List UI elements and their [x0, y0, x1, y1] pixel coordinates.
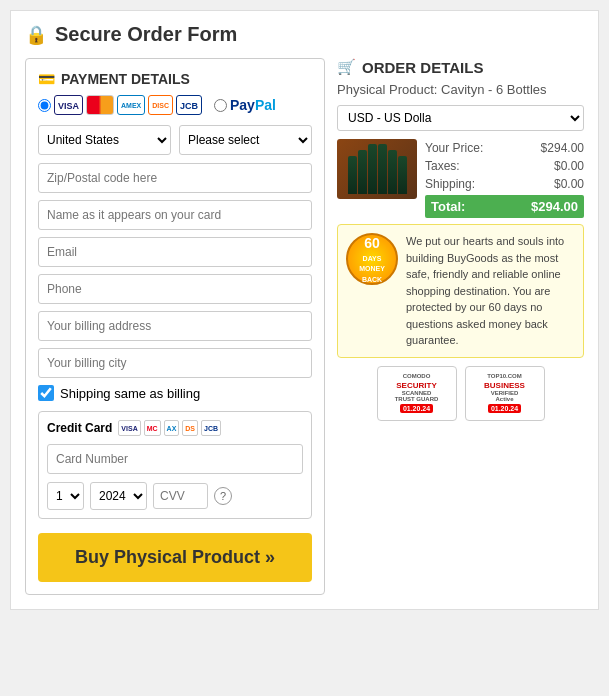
discover-icon: DISC [148, 95, 173, 115]
cvv-help-button[interactable]: ? [214, 487, 232, 505]
card-number-input[interactable] [47, 444, 303, 474]
guarantee-text: We put our hearts and souls into buildin… [406, 233, 575, 349]
card-icons-row: VISA AMEX DISC JCB PayPal [38, 95, 312, 115]
cart-icon: 🛒 [337, 58, 356, 76]
mini-amex-icon: AX [164, 420, 180, 436]
total-row: Total: $294.00 [425, 195, 584, 218]
paypal-radio-label[interactable]: PayPal [214, 97, 276, 113]
trust-badge-business-label: Active [495, 396, 513, 402]
shipping-same-row: Shipping same as billing [38, 385, 312, 401]
credit-card-label: Credit Card [47, 421, 112, 435]
jcb-icon: JCB [176, 95, 202, 115]
expiry-year-select[interactable]: 2024 [90, 482, 147, 510]
mastercard-icon [86, 95, 114, 115]
country-state-row: United States Please select [38, 125, 312, 155]
visa-icon: VISA [54, 95, 83, 115]
guarantee-badge: 60 DAYS MONEY BACK [346, 233, 398, 285]
trust-badge-security-date: 01.20.24 [400, 404, 433, 413]
right-panel: 🛒 ORDER DETAILS Physical Product: Cavity… [337, 58, 584, 595]
page-wrapper: 🔒 Secure Order Form 💳 PAYMENT DETAILS VI… [10, 10, 599, 610]
your-price-row: Your Price: $294.00 [425, 139, 584, 157]
taxes-row: Taxes: $0.00 [425, 157, 584, 175]
trust-badge-business-date: 01.20.24 [488, 404, 521, 413]
credit-card-section: Credit Card VISA MC AX DS JCB 1 20 [38, 411, 312, 519]
trust-badge-security: COMODO SECURITY SCANNED TRUST GUARD 01.2… [377, 366, 457, 421]
phone-input[interactable] [38, 274, 312, 304]
taxes-value: $0.00 [554, 159, 584, 173]
taxes-label: Taxes: [425, 159, 460, 173]
name-input[interactable] [38, 200, 312, 230]
shipping-same-label: Shipping same as billing [60, 386, 200, 401]
payment-icon: 💳 [38, 71, 55, 87]
bottle-group [348, 144, 407, 194]
your-price-label: Your Price: [425, 141, 483, 155]
shipping-same-checkbox[interactable] [38, 385, 54, 401]
mini-disc-icon: DS [182, 420, 198, 436]
guarantee-days: 60 [364, 233, 380, 254]
email-input[interactable] [38, 237, 312, 267]
mini-card-icons: VISA MC AX DS JCB [118, 420, 221, 436]
guarantee-box: 60 DAYS MONEY BACK We put our hearts and… [337, 224, 584, 358]
payment-title: 💳 PAYMENT DETAILS [38, 71, 312, 87]
shipping-row: Shipping: $0.00 [425, 175, 584, 193]
buy-button[interactable]: Buy Physical Product » [38, 533, 312, 582]
trust-badges: COMODO SECURITY SCANNED TRUST GUARD 01.2… [337, 366, 584, 421]
guarantee-badge-line2: MONEY [359, 264, 385, 275]
your-price-value: $294.00 [541, 141, 584, 155]
guarantee-days-label: DAYS [363, 254, 382, 265]
state-select[interactable]: Please select [179, 125, 312, 155]
mini-jcb-icon: JCB [201, 420, 221, 436]
paypal-text: PayPal [230, 97, 276, 113]
shipping-value: $0.00 [554, 177, 584, 191]
product-row: Your Price: $294.00 Taxes: $0.00 Shippin… [337, 139, 584, 218]
paypal-radio[interactable] [214, 99, 227, 112]
total-value: $294.00 [531, 199, 578, 214]
amex-icon: AMEX [117, 95, 145, 115]
cvv-input[interactable] [153, 483, 208, 509]
page-title: 🔒 Secure Order Form [25, 23, 584, 46]
trust-badge-security-header: COMODO [403, 373, 431, 379]
order-title: 🛒 ORDER DETAILS [337, 58, 584, 76]
expiry-month-select[interactable]: 1 [47, 482, 84, 510]
expiry-cvv-row: 1 2024 ? [47, 482, 303, 510]
credit-card-header: Credit Card VISA MC AX DS JCB [47, 420, 303, 436]
guarantee-badge-line3: BACK [362, 275, 382, 286]
billing-address-input[interactable] [38, 311, 312, 341]
product-image [337, 139, 417, 199]
trust-badge-business: TOP10.COM BUSINESS VERIFIED Active 01.20… [465, 366, 545, 421]
credit-card-radio-label[interactable]: VISA AMEX DISC JCB [38, 95, 202, 115]
trust-badge-security-name: SECURITY [396, 381, 436, 390]
main-layout: 💳 PAYMENT DETAILS VISA AMEX DISC JCB Pay… [25, 58, 584, 595]
price-table: Your Price: $294.00 Taxes: $0.00 Shippin… [425, 139, 584, 218]
currency-select[interactable]: USD - US Dolla [337, 105, 584, 131]
order-subtitle: Physical Product: Cavityn - 6 Bottles [337, 82, 584, 97]
mini-mc-icon: MC [144, 420, 161, 436]
country-select[interactable]: United States [38, 125, 171, 155]
trust-badge-security-label: TRUST GUARD [395, 396, 439, 402]
trust-badge-business-header: TOP10.COM [487, 373, 522, 379]
trust-badge-business-name: BUSINESS [484, 381, 525, 390]
shipping-label: Shipping: [425, 177, 475, 191]
credit-card-radio[interactable] [38, 99, 51, 112]
left-panel: 💳 PAYMENT DETAILS VISA AMEX DISC JCB Pay… [25, 58, 325, 595]
lock-icon: 🔒 [25, 24, 47, 46]
billing-city-input[interactable] [38, 348, 312, 378]
total-label: Total: [431, 199, 465, 214]
mini-visa-icon: VISA [118, 420, 140, 436]
zip-input[interactable] [38, 163, 312, 193]
